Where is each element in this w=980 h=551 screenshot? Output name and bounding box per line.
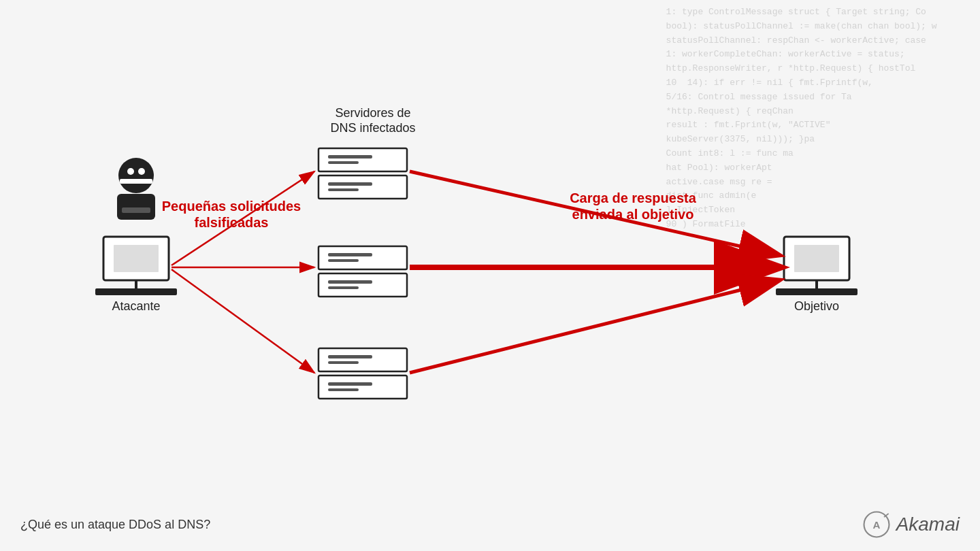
svg-rect-19 — [318, 176, 407, 199]
svg-rect-21 — [328, 188, 359, 191]
diagram-svg: Servidores de DNS infectados Pequeñas so… — [0, 0, 980, 551]
svg-rect-11 — [103, 237, 169, 280]
svg-rect-37 — [776, 288, 858, 295]
svg-rect-36 — [815, 280, 818, 288]
bottom-question: ¿Qué es un ataque DDoS al DNS? — [20, 518, 210, 532]
svg-rect-26 — [328, 280, 372, 284]
svg-text:DNS infectados: DNS infectados — [330, 121, 415, 135]
svg-text:A: A — [872, 519, 880, 531]
svg-point-7 — [138, 168, 145, 175]
svg-rect-22 — [318, 246, 407, 269]
svg-rect-31 — [318, 375, 407, 399]
svg-rect-33 — [328, 388, 359, 391]
svg-line-41 — [172, 171, 314, 265]
svg-rect-35 — [794, 245, 839, 272]
akamai-icon: A — [862, 510, 891, 539]
svg-rect-25 — [318, 273, 407, 297]
svg-rect-23 — [328, 253, 372, 256]
svg-rect-20 — [328, 182, 372, 186]
svg-rect-18 — [328, 161, 359, 164]
svg-rect-14 — [95, 288, 177, 295]
svg-rect-24 — [328, 259, 359, 262]
svg-text:Servidores de: Servidores de — [335, 106, 410, 120]
svg-rect-34 — [784, 237, 849, 280]
svg-text:Atacante: Atacante — [112, 299, 160, 313]
svg-rect-10 — [122, 207, 150, 213]
svg-rect-12 — [114, 245, 159, 272]
svg-rect-30 — [328, 361, 359, 364]
svg-rect-29 — [328, 355, 372, 358]
svg-rect-27 — [328, 286, 359, 289]
svg-rect-9 — [117, 194, 155, 220]
svg-text:falsificadas: falsificadas — [195, 215, 269, 230]
main-content: Servidores de DNS infectados Pequeñas so… — [0, 0, 980, 551]
svg-rect-16 — [318, 148, 407, 171]
svg-line-46 — [410, 280, 779, 373]
svg-rect-28 — [318, 348, 407, 371]
svg-text:Pequeñas solicitudes: Pequeñas solicitudes — [162, 199, 301, 214]
svg-text:Objetivo: Objetivo — [794, 299, 839, 313]
akamai-logo: A Akamai — [862, 510, 960, 539]
svg-point-6 — [127, 168, 134, 175]
svg-rect-17 — [328, 155, 372, 158]
svg-rect-32 — [328, 382, 372, 386]
svg-text:Carga de respuesta: Carga de respuesta — [570, 190, 697, 205]
hacker-head — [118, 158, 154, 193]
svg-line-43 — [172, 269, 314, 373]
akamai-brand-text: Akamai — [896, 514, 960, 535]
svg-rect-8 — [120, 179, 152, 184]
svg-rect-13 — [135, 280, 137, 288]
svg-line-44 — [410, 171, 779, 255]
svg-text:enviada al objetivo: enviada al objetivo — [572, 207, 694, 222]
